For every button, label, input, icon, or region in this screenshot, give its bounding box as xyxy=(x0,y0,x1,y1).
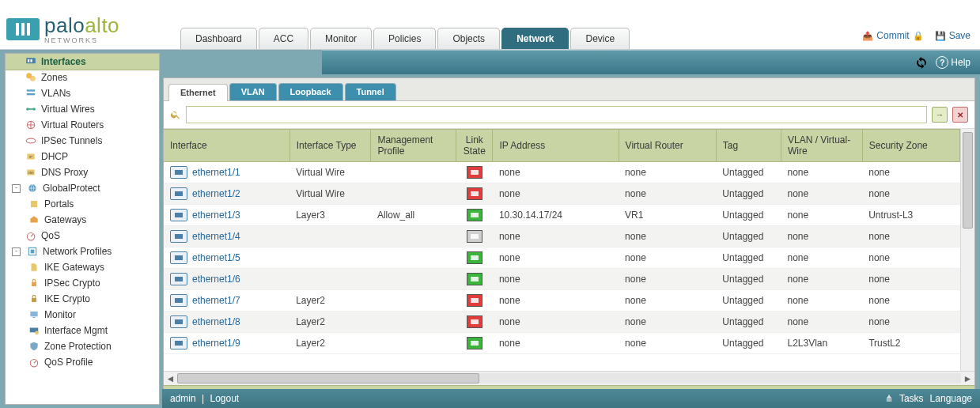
vertical-scrollbar[interactable] xyxy=(960,129,974,371)
sidebar-item-zones[interactable]: Zones xyxy=(6,70,159,85)
interface-link[interactable]: ethernet1/2 xyxy=(192,188,240,199)
col-interface[interactable]: Interface xyxy=(164,130,289,162)
link-state-icon xyxy=(467,251,482,264)
sidebar-item-qos-profile[interactable]: QoS Profile xyxy=(6,354,159,370)
main-tab-network[interactable]: Network xyxy=(501,28,569,49)
subtab-loopback[interactable]: Loopback xyxy=(278,83,343,100)
svg-point-17 xyxy=(27,233,34,240)
interface-link[interactable]: ethernet1/7 xyxy=(192,295,240,306)
table-row[interactable]: ethernet1/5nonenoneUntaggednonenone xyxy=(164,247,974,269)
footer: admin | Logout Tasks Language xyxy=(162,389,980,408)
cell-management-profile xyxy=(371,162,456,183)
interface-link[interactable]: ethernet1/3 xyxy=(192,210,240,221)
tree-toggle-icon[interactable]: - xyxy=(12,184,21,193)
commit-button[interactable]: Commit xyxy=(862,30,923,41)
horizontal-scrollbar[interactable]: ◄ ► xyxy=(164,371,974,385)
col-virtual-router[interactable]: Virtual Router xyxy=(619,130,716,162)
table-row[interactable]: ethernet1/3Layer3Allow_all10.30.14.17/24… xyxy=(164,205,974,226)
col-interface-type[interactable]: Interface Type xyxy=(289,130,371,162)
brand-text-1: palo xyxy=(44,13,85,37)
logout-link[interactable]: Logout xyxy=(210,393,240,404)
sidebar-item-label: IKE Gateways xyxy=(44,262,104,273)
col-management-profile[interactable]: Management Profile xyxy=(371,130,456,162)
main-tab-objects[interactable]: Objects xyxy=(437,28,500,49)
table-row[interactable]: ethernet1/9Layer2nonenoneUntaggedL2L3Vla… xyxy=(164,333,974,354)
sidebar-item-virtual-wires[interactable]: Virtual Wires xyxy=(6,101,159,117)
hscroll-left-arrow[interactable]: ◄ xyxy=(164,372,177,385)
sidebar-item-ipsec-tunnels[interactable]: IPSec Tunnels xyxy=(6,133,159,149)
link-state-icon xyxy=(467,337,482,349)
sidebar-item-ike-crypto[interactable]: IKE Crypto xyxy=(6,291,159,307)
language-link[interactable]: Language xyxy=(930,393,972,404)
cell-ip-address: none xyxy=(493,226,619,247)
hscroll-right-arrow[interactable]: ► xyxy=(961,372,974,385)
qos-profile-icon xyxy=(28,357,40,368)
col-vlan-virtual-wire[interactable]: VLAN / Virtual-Wire xyxy=(781,130,863,162)
main-tab-device[interactable]: Device xyxy=(570,28,630,49)
sidebar-item-dhcp[interactable]: IPDHCP xyxy=(6,149,159,164)
tasks-link[interactable]: Tasks xyxy=(899,393,924,404)
save-button[interactable]: Save xyxy=(935,30,971,41)
help-button[interactable]: ? Help xyxy=(936,56,971,69)
sidebar-item-gateways[interactable]: Gateways xyxy=(6,212,159,228)
main-tab-acc[interactable]: ACC xyxy=(259,28,308,49)
sidebar-item-interface-mgmt[interactable]: Interface Mgmt xyxy=(6,323,159,338)
ipsec-tunnels-icon xyxy=(25,135,37,146)
interface-link[interactable]: ethernet1/4 xyxy=(192,231,240,242)
cell-management-profile xyxy=(371,333,456,354)
search-clear-button[interactable] xyxy=(952,107,968,123)
sidebar-item-zone-protection[interactable]: Zone Protection xyxy=(6,338,159,354)
interface-link[interactable]: ethernet1/1 xyxy=(192,167,240,178)
cell-ip-address: none xyxy=(493,312,619,333)
sidebar-item-vlans[interactable]: VLANs xyxy=(6,85,159,101)
subtab-vlan[interactable]: VLAN xyxy=(229,83,277,100)
refresh-button[interactable] xyxy=(915,56,928,69)
table-header-row: Interface Interface Type Management Prof… xyxy=(164,130,974,162)
commit-icon xyxy=(862,30,873,41)
search-go-button[interactable] xyxy=(932,107,948,123)
network-profiles-icon xyxy=(26,246,39,257)
table-row[interactable]: ethernet1/6nonenoneUntaggednonenone xyxy=(164,269,974,290)
sidebar-item-portals[interactable]: Portals xyxy=(6,196,159,212)
col-security-zone[interactable]: Security Zone xyxy=(862,130,959,162)
table-row[interactable]: ethernet1/2Virtual WirenonenoneUntaggedn… xyxy=(164,183,974,205)
sidebar-item-ipsec-crypto[interactable]: IPSec Crypto xyxy=(6,275,159,291)
cell-interface-type: Layer2 xyxy=(289,333,371,354)
col-ip-address[interactable]: IP Address xyxy=(493,130,619,162)
main-tab-monitor[interactable]: Monitor xyxy=(310,28,372,49)
interface-link[interactable]: ethernet1/9 xyxy=(192,338,240,349)
col-tag[interactable]: Tag xyxy=(716,130,781,162)
sidebar-item-label: Virtual Wires xyxy=(41,104,95,115)
interface-link[interactable]: ethernet1/6 xyxy=(192,274,240,285)
vertical-scrollbar-thumb[interactable] xyxy=(963,132,973,229)
dhcp-icon: IP xyxy=(25,151,37,162)
sidebar-item-monitor[interactable]: Monitor xyxy=(6,307,159,323)
sidebar-item-dns-proxy[interactable]: DNSDNS Proxy xyxy=(6,164,159,180)
sidebar-item-label: Interfaces xyxy=(41,56,86,67)
cell-vlan: L2L3Vlan xyxy=(781,333,863,354)
sidebar-item-globalprotect[interactable]: -GlobalProtect xyxy=(6,180,159,196)
footer-left: admin | Logout xyxy=(170,393,239,404)
table-row[interactable]: ethernet1/4nonenoneUntaggednonenone xyxy=(164,226,974,247)
sidebar-item-ike-gateways[interactable]: IKE Gateways xyxy=(6,259,159,275)
sidebar-item-interfaces[interactable]: Interfaces xyxy=(5,53,160,70)
search-input[interactable] xyxy=(186,106,927,123)
portals-icon xyxy=(28,198,40,210)
cell-ip-address: none xyxy=(493,333,619,354)
table-row[interactable]: ethernet1/1Virtual WirenonenoneUntaggedn… xyxy=(164,162,974,183)
subtab-ethernet[interactable]: Ethernet xyxy=(168,84,228,101)
table-row[interactable]: ethernet1/7Layer2nonenoneUntaggednonenon… xyxy=(164,290,974,312)
subtab-tunnel[interactable]: Tunnel xyxy=(345,83,396,100)
tree-toggle-icon[interactable]: - xyxy=(12,247,21,256)
sidebar-item-virtual-routers[interactable]: Virtual Routers xyxy=(6,117,159,133)
main-tab-policies[interactable]: Policies xyxy=(373,28,436,49)
sidebar-item-qos[interactable]: QoS xyxy=(6,228,159,244)
search-row xyxy=(164,101,974,129)
main-tab-dashboard[interactable]: Dashboard xyxy=(180,28,257,49)
col-link-state[interactable]: Link State xyxy=(456,130,493,162)
interface-link[interactable]: ethernet1/8 xyxy=(192,316,240,327)
table-row[interactable]: ethernet1/8Layer2nonenoneUntaggednonenon… xyxy=(164,312,974,333)
hscroll-thumb[interactable] xyxy=(177,373,479,383)
interface-link[interactable]: ethernet1/5 xyxy=(192,252,240,263)
sidebar-item-network-profiles[interactable]: -Network Profiles xyxy=(6,244,159,259)
